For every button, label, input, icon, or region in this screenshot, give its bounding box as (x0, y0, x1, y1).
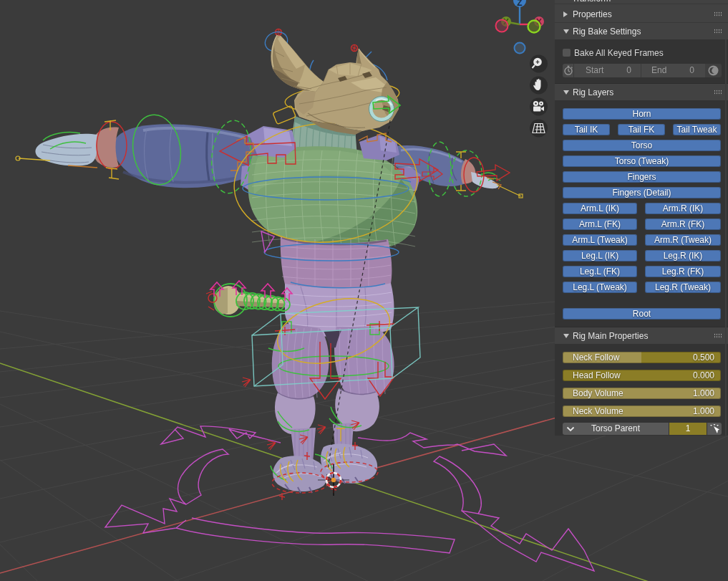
svg-text:Z: Z (517, 0, 522, 8)
